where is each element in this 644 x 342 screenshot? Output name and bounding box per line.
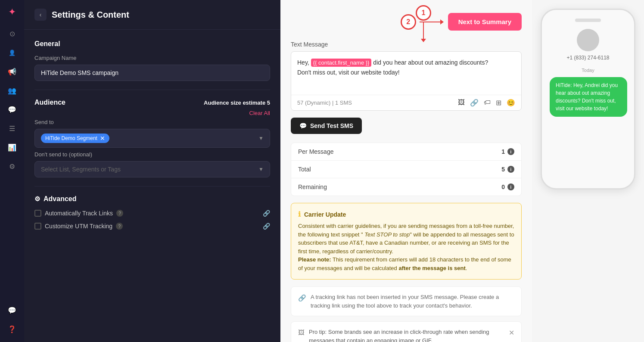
dont-send-select[interactable]: Select List, Segments or Tags ▼ xyxy=(34,161,270,177)
chat-support-icon[interactable]: 💬 xyxy=(4,302,20,318)
dont-send-label: Don't send to (optional) xyxy=(34,151,270,158)
send-test-sms-button[interactable]: 💬 Send Test SMS xyxy=(291,118,362,134)
message-bubble: HiTide: Hey, Andrei did you hear about o… xyxy=(550,77,627,117)
home-icon[interactable]: ⊙ xyxy=(4,26,20,41)
customize-utm-label: Customize UTM Tracking ? xyxy=(34,223,123,230)
emoji-icon[interactable]: 😊 xyxy=(507,99,515,107)
message-toolbar: 57 (Dynamic) | 1 SMS 🖼 🔗 🏷 ⊞ 😊 xyxy=(291,95,521,110)
per-message-info-icon[interactable]: i xyxy=(507,148,514,155)
logo: ✦ xyxy=(5,5,19,19)
settings-icon[interactable]: ⚙ xyxy=(4,159,20,174)
tracking-notice-text: A tracking link has not been inserted in… xyxy=(311,293,514,310)
help-circle-icon[interactable]: ❓ xyxy=(4,321,20,337)
total-info-icon[interactable]: i xyxy=(507,166,514,173)
phone-preview: +1 (833) 274-6118 Today HiTide: Hey, And… xyxy=(532,0,644,342)
pro-tip-text: Pro tip: Some brands see an increase in … xyxy=(309,328,504,342)
phone-frame: +1 (833) 274-6118 Today HiTide: Hey, And… xyxy=(541,9,635,190)
message-box: Hey, {{ contact.first_name }} did you he… xyxy=(291,51,522,111)
pro-tip-close-button[interactable]: ✕ xyxy=(509,328,514,338)
sms-icon: 💬 xyxy=(299,122,307,129)
panel-header: ‹ Settings & Content xyxy=(24,0,280,30)
audience-estimate: Audience size estimate 5 xyxy=(204,99,270,106)
message-content[interactable]: Hey, {{ contact.first_name }} did you he… xyxy=(291,52,521,95)
send-to-label: Send to xyxy=(34,119,270,125)
auto-track-link-icon: 🔗 xyxy=(263,210,270,217)
template-icon[interactable]: ⊞ xyxy=(496,99,501,107)
campaign-name-label: Campaign Name xyxy=(34,55,270,61)
char-count: 57 (Dynamic) | 1 SMS xyxy=(297,99,352,106)
lists-icon[interactable]: ☰ xyxy=(4,121,20,136)
carrier-title: Carrier Update xyxy=(304,211,346,218)
messages-icon[interactable]: 💬 xyxy=(4,102,20,117)
image-insert-icon[interactable]: 🖼 xyxy=(458,99,465,107)
chevron-down-icon: ▼ xyxy=(258,135,264,141)
link-insert-icon[interactable]: 🔗 xyxy=(470,99,479,107)
carrier-info-icon: ℹ xyxy=(298,210,301,218)
carrier-body: Consistent with carrier guidelines, if y… xyxy=(298,222,514,272)
reports-icon[interactable]: 📊 xyxy=(4,140,20,155)
auto-track-row: Automatically Track Links ? 🔗 xyxy=(34,210,270,217)
next-to-summary-button[interactable]: Next to Summary xyxy=(448,13,522,31)
segment-tag: HiTide Demo Segment ✕ xyxy=(41,134,109,143)
customize-utm-link-icon: 🔗 xyxy=(263,223,270,230)
personalization-tag: {{ contact.first_name }} xyxy=(311,59,372,67)
pro-tip-banner: 🖼 Pro tip: Some brands see an increase i… xyxy=(291,321,522,342)
stats-table: Per Message 1 i Total 5 i Remaining 0 i xyxy=(291,143,522,196)
advanced-section-title: ⚙ Advanced xyxy=(34,195,270,203)
phone-number: +1 (833) 274-6118 xyxy=(566,55,609,61)
tracking-link-icon: 🔗 xyxy=(298,293,306,303)
audience-section-title: Audience xyxy=(34,99,65,106)
total-label: Total xyxy=(298,166,311,173)
contacts-icon[interactable]: 👥 xyxy=(4,83,20,98)
message-date: Today xyxy=(582,68,594,73)
clear-all-button[interactable]: Clear All xyxy=(34,110,270,116)
campaign-name-input[interactable] xyxy=(34,65,270,81)
per-message-row: Per Message 1 i xyxy=(291,143,521,161)
campaigns-icon[interactable]: 📢 xyxy=(4,64,20,79)
phone-notch xyxy=(575,19,601,22)
remaining-info-icon[interactable]: i xyxy=(507,183,514,190)
personalize-icon[interactable]: 🏷 xyxy=(484,99,491,107)
total-row: Total 5 i xyxy=(291,161,521,178)
text-message-label: Text Message xyxy=(291,41,522,48)
pro-tip-image-icon: 🖼 xyxy=(298,328,305,338)
customize-utm-checkbox[interactable] xyxy=(34,223,41,230)
tracking-notice: 🔗 A tracking link has not been inserted … xyxy=(291,286,522,316)
chevron-down-icon-2: ▼ xyxy=(258,166,264,172)
auto-track-help-icon[interactable]: ? xyxy=(116,210,123,217)
remove-segment-button[interactable]: ✕ xyxy=(100,135,105,142)
gear-icon: ⚙ xyxy=(34,195,40,203)
per-message-value: 1 i xyxy=(501,148,514,155)
annotation-2-circle: 2 xyxy=(401,14,416,30)
auto-track-label: Automatically Track Links ? xyxy=(34,210,123,217)
general-section-title: General xyxy=(34,40,270,48)
customize-utm-row: Customize UTM Tracking ? 🔗 xyxy=(34,223,270,230)
back-button[interactable]: ‹ xyxy=(34,9,47,21)
settings-panel: ‹ Settings & Content General Campaign Na… xyxy=(24,0,280,342)
auto-track-checkbox[interactable] xyxy=(34,210,41,217)
per-message-label: Per Message xyxy=(298,148,333,155)
customize-utm-help-icon[interactable]: ? xyxy=(116,223,123,230)
carrier-notice: ℹ Carrier Update Consistent with carrier… xyxy=(291,203,522,280)
users-icon[interactable]: 👤 xyxy=(4,45,20,60)
page-title: Settings & Content xyxy=(52,10,129,20)
remaining-label: Remaining xyxy=(298,183,327,190)
send-to-select[interactable]: HiTide Demo Segment ✕ ▼ xyxy=(34,129,270,148)
main-content: 1 2 Next to Summary Text Message Hey, {{… xyxy=(280,0,532,342)
contact-avatar xyxy=(577,29,599,51)
sidebar: ✦ ⊙ 👤 📢 👥 💬 ☰ 📊 ⚙ 💬 ❓ xyxy=(0,0,24,342)
remaining-value: 0 i xyxy=(501,183,514,190)
total-value: 5 i xyxy=(501,166,514,173)
remaining-row: Remaining 0 i xyxy=(291,178,521,196)
